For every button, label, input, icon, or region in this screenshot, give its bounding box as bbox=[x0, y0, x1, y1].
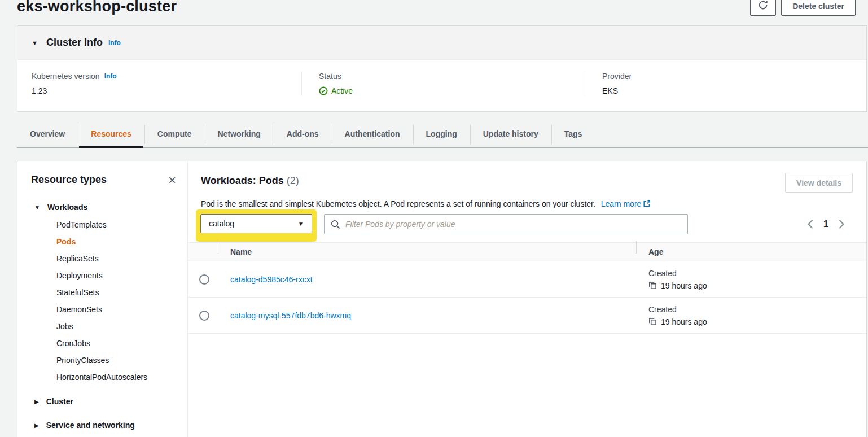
sidebar-item-jobs[interactable]: Jobs bbox=[56, 318, 176, 335]
resource-types-tree: ▼ Workloads PodTemplates Pods ReplicaSet… bbox=[31, 199, 176, 433]
close-icon[interactable]: × bbox=[168, 174, 176, 186]
learn-more-link[interactable]: Learn more bbox=[601, 199, 651, 208]
column-divider bbox=[218, 241, 218, 254]
pod-name-link[interactable]: catalog-d5985c46-rxcxt bbox=[230, 275, 313, 284]
page-number[interactable]: 1 bbox=[823, 219, 828, 229]
filter-type-dropdown[interactable]: catalog ▼ bbox=[200, 214, 312, 233]
tab-compute[interactable]: Compute bbox=[144, 121, 205, 147]
name-column-header: Name bbox=[230, 247, 252, 256]
sidebar-item-cronjobs[interactable]: CronJobs bbox=[56, 335, 176, 352]
copy-icon[interactable] bbox=[648, 317, 657, 326]
eks-cluster-page: eks-workshop-cluster Delete cluster ▼ Cl… bbox=[0, 0, 868, 437]
filter-pods-input[interactable] bbox=[345, 220, 681, 229]
view-details-button[interactable]: View details bbox=[785, 173, 853, 193]
sidebar-item-statefulsets[interactable]: StatefulSets bbox=[56, 284, 176, 301]
external-link-icon bbox=[641, 199, 651, 208]
row-radio-button[interactable] bbox=[199, 274, 209, 285]
sidebar-item-podtemplates[interactable]: PodTemplates bbox=[56, 216, 176, 233]
age-cell: Created 19 hours ago bbox=[636, 305, 866, 326]
copy-icon[interactable] bbox=[648, 281, 657, 290]
tree-group-cluster[interactable]: ▶ Cluster bbox=[34, 394, 176, 409]
pod-age: 19 hours ago bbox=[661, 317, 707, 326]
table-row: catalog-mysql-557fdb7bd6-hwxmq Created 1… bbox=[188, 298, 866, 334]
pods-table: Name Age catalog-d5985c46-rxcxt Created … bbox=[188, 242, 866, 334]
check-circle-icon bbox=[319, 86, 328, 95]
search-box bbox=[324, 214, 688, 234]
sidebar-item-replicasets[interactable]: ReplicaSets bbox=[56, 250, 176, 267]
sidebar-item-daemonsets[interactable]: DaemonSets bbox=[56, 301, 176, 318]
status-field: Status Active bbox=[301, 72, 585, 95]
pods-heading: Workloads: Pods (2) bbox=[201, 175, 299, 187]
resources-panel: Resource types × ▼ Workloads PodTemplate… bbox=[17, 161, 867, 437]
tab-update-history[interactable]: Update history bbox=[470, 121, 551, 147]
cluster-info-info-link[interactable]: Info bbox=[108, 39, 121, 47]
kubernetes-version-value: 1.23 bbox=[32, 86, 301, 95]
highlight-annotation: catalog ▼ bbox=[196, 209, 317, 242]
caret-down-icon: ▼ bbox=[34, 204, 40, 211]
filter-type-value: catalog bbox=[209, 219, 234, 228]
kubernetes-version-field: Kubernetes version Info 1.23 bbox=[17, 72, 301, 95]
cluster-info-body: Kubernetes version Info 1.23 Status Acti… bbox=[17, 60, 866, 95]
tree-group-service-and-networking[interactable]: ▶ Service and networking bbox=[34, 417, 176, 433]
cluster-info-card: ▼ Cluster info Info Kubernetes version I… bbox=[17, 25, 867, 112]
page-actions: Delete cluster bbox=[750, 0, 856, 16]
search-icon bbox=[331, 220, 340, 229]
tab-logging[interactable]: Logging bbox=[413, 121, 470, 147]
filter-row: catalog ▼ 1 bbox=[201, 214, 853, 234]
status-label: Status bbox=[319, 72, 341, 81]
refresh-icon bbox=[758, 0, 768, 12]
delete-cluster-button[interactable]: Delete cluster bbox=[781, 0, 856, 16]
provider-field: Provider EKS bbox=[585, 72, 866, 95]
pods-main-panel: Workloads: Pods (2) View details Pod is … bbox=[188, 161, 866, 437]
sidebar-item-horizontalpodautoscalers[interactable]: HorizontalPodAutoscalers bbox=[56, 369, 176, 386]
row-radio-button[interactable] bbox=[199, 311, 209, 321]
sidebar-item-deployments[interactable]: Deployments bbox=[56, 267, 176, 284]
pod-name-link[interactable]: catalog-mysql-557fdb7bd6-hwxmq bbox=[230, 311, 351, 320]
table-header: Name Age bbox=[188, 242, 866, 261]
column-divider bbox=[636, 241, 637, 254]
page-title: eks-workshop-cluster bbox=[17, 0, 177, 16]
age-column-header: Age bbox=[648, 247, 663, 256]
chevron-down-icon: ▼ bbox=[298, 221, 304, 227]
pagination: 1 bbox=[807, 219, 845, 229]
pod-age: 19 hours ago bbox=[661, 281, 707, 290]
next-page-icon[interactable] bbox=[838, 219, 845, 229]
tab-overview[interactable]: Overview bbox=[17, 121, 78, 147]
table-row: catalog-d5985c46-rxcxt Created 19 hours … bbox=[188, 261, 866, 298]
sidebar-item-priorityclasses[interactable]: PriorityClasses bbox=[56, 352, 176, 369]
provider-label: Provider bbox=[602, 72, 632, 81]
tab-authentication[interactable]: Authentication bbox=[332, 121, 413, 147]
pods-description: Pod is the smallest and simplest Kuberne… bbox=[201, 199, 853, 208]
tab-add-ons[interactable]: Add-ons bbox=[274, 121, 332, 147]
age-cell: Created 19 hours ago bbox=[636, 269, 866, 290]
caret-right-icon: ▶ bbox=[34, 399, 39, 405]
tab-networking[interactable]: Networking bbox=[205, 121, 274, 147]
cluster-info-title: Cluster info bbox=[46, 37, 103, 49]
kubernetes-version-info-link[interactable]: Info bbox=[104, 72, 117, 80]
caret-right-icon: ▶ bbox=[34, 422, 39, 429]
cluster-info-header[interactable]: ▼ Cluster info Info bbox=[17, 26, 866, 60]
resource-types-title: Resource types bbox=[31, 174, 107, 186]
kubernetes-version-label: Kubernetes version bbox=[32, 72, 100, 81]
provider-value: EKS bbox=[602, 86, 866, 95]
tab-tags[interactable]: Tags bbox=[551, 121, 595, 147]
tab-resources[interactable]: Resources bbox=[78, 121, 144, 147]
resource-types-sidebar: Resource types × ▼ Workloads PodTemplate… bbox=[17, 161, 188, 437]
tree-group-workloads[interactable]: ▼ Workloads bbox=[34, 199, 176, 215]
previous-page-icon[interactable] bbox=[807, 219, 814, 229]
workloads-items: PodTemplates Pods ReplicaSets Deployment… bbox=[31, 216, 176, 386]
pods-count: (2) bbox=[287, 175, 299, 186]
caret-down-icon: ▼ bbox=[32, 40, 38, 46]
sidebar-item-pods[interactable]: Pods bbox=[56, 233, 176, 250]
cluster-tabs: Overview Resources Compute Networking Ad… bbox=[17, 121, 868, 148]
refresh-button[interactable] bbox=[750, 0, 776, 16]
status-badge: Active bbox=[331, 86, 353, 95]
